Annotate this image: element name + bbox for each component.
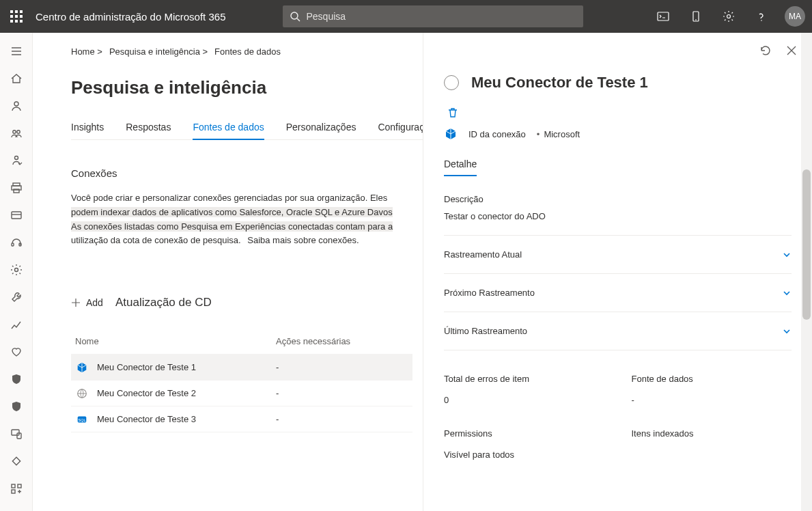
phone-icon — [690, 10, 702, 23]
nav-users[interactable] — [0, 93, 33, 119]
shell-mobile-button[interactable] — [680, 0, 712, 33]
gear-icon — [723, 10, 735, 23]
stat-source-label: Fonte de dados — [632, 374, 792, 384]
settings-button[interactable] — [712, 0, 745, 33]
description-value: Testar o conector do ADO — [444, 211, 792, 221]
svg-rect-5 — [20, 15, 23, 18]
svg-rect-2 — [20, 10, 23, 13]
diamond-icon — [10, 455, 23, 467]
stat-errors-value: 0 — [444, 395, 604, 405]
stat-source-value: - — [632, 395, 792, 405]
svg-rect-33 — [12, 490, 15, 493]
stat-errors-label: Total de erros de item — [444, 374, 604, 384]
cd-update-label: Atualização de CD — [115, 296, 212, 309]
nav-roles[interactable] — [0, 148, 33, 174]
connection-id-label: ID da conexão — [468, 129, 526, 139]
row-actions: - — [276, 388, 412, 398]
gear-icon — [10, 264, 23, 276]
user-icon — [10, 100, 23, 112]
stat-indexed-label: Itens indexados — [632, 428, 792, 439]
panel-title: Meu Conector de Teste 1 — [471, 74, 648, 92]
device-icon — [10, 428, 23, 440]
nav-customize[interactable] — [0, 475, 33, 501]
accordion-current-crawl[interactable]: Rastreamento Atual — [444, 236, 792, 274]
shell-terminal-button[interactable] — [647, 0, 680, 33]
svg-rect-11 — [658, 12, 669, 20]
svg-line-10 — [297, 18, 300, 21]
svg-rect-6 — [10, 20, 13, 23]
svg-rect-25 — [12, 243, 14, 246]
search-input[interactable] — [306, 11, 576, 22]
panel-select-radio[interactable] — [444, 75, 459, 90]
svg-rect-0 — [10, 10, 13, 13]
add-connection-button[interactable]: Add — [71, 297, 103, 308]
hamburger-icon — [10, 45, 23, 57]
global-search[interactable] — [283, 5, 583, 27]
svg-rect-31 — [12, 484, 15, 488]
headset-icon — [10, 236, 23, 249]
nav-support[interactable] — [0, 230, 33, 255]
table-row[interactable]: Meu Conector de Teste 2 - — [71, 381, 412, 406]
tab-customizations[interactable]: Personalizações — [286, 118, 356, 139]
shield-check-icon — [10, 400, 23, 413]
nav-billing[interactable] — [0, 202, 33, 228]
search-icon — [290, 11, 300, 22]
scrollbar-thumb[interactable] — [802, 169, 811, 320]
svg-rect-1 — [15, 10, 18, 13]
chevron-down-icon — [782, 250, 792, 260]
refresh-icon — [759, 44, 772, 57]
plus-icon — [71, 298, 81, 307]
wrench-icon — [10, 291, 23, 303]
svg-point-19 — [14, 156, 18, 160]
nav-health[interactable] — [0, 339, 33, 365]
svg-rect-8 — [20, 20, 23, 23]
nav-groups[interactable] — [0, 120, 33, 146]
tab-responses[interactable]: Respostas — [126, 118, 171, 139]
chart-icon — [10, 318, 23, 331]
breadcrumb-item-search[interactable]: Pesquisa e inteligência > — [109, 46, 208, 57]
svg-point-17 — [12, 130, 15, 133]
accordion-last-crawl[interactable]: Último Rastreamento — [444, 312, 792, 350]
delete-connector-button[interactable] — [447, 107, 459, 119]
nav-reports[interactable] — [0, 312, 33, 337]
grid-col-name[interactable]: Nome — [71, 336, 276, 346]
panel-close-button[interactable] — [785, 44, 798, 57]
connection-vendor: Microsoft — [537, 129, 580, 139]
nav-home[interactable] — [0, 66, 33, 92]
window-scrollbar[interactable] — [801, 33, 812, 511]
customize-icon — [10, 482, 23, 495]
accordion-next-crawl[interactable]: Próximo Rastreamento — [444, 274, 792, 312]
table-row[interactable]: SQL Meu Conector de Teste 3 - — [71, 406, 412, 432]
tab-datasources[interactable]: Fontes de dados — [193, 118, 264, 139]
waffle-icon — [10, 10, 23, 23]
row-name: Meu Conector de Teste 1 — [97, 362, 196, 372]
nav-security[interactable] — [0, 366, 33, 392]
app-launcher-button[interactable] — [0, 0, 33, 33]
nav-collapse-toggle[interactable] — [0, 38, 33, 64]
svg-point-15 — [761, 20, 762, 21]
panel-refresh-button[interactable] — [759, 44, 772, 57]
grid-col-actions[interactable]: Ações necessárias — [276, 336, 412, 346]
svg-point-27 — [14, 268, 18, 272]
nav-settings[interactable] — [0, 257, 33, 283]
account-avatar[interactable]: MA — [785, 6, 805, 27]
nav-endpoint[interactable] — [0, 421, 33, 447]
learn-more-link[interactable]: Saiba mais sobre conexões. — [247, 235, 359, 245]
breadcrumb-item-home[interactable]: Home > — [71, 46, 102, 57]
nav-setup[interactable] — [0, 284, 33, 310]
nav-compliance[interactable] — [0, 393, 33, 419]
nav-resources[interactable] — [0, 175, 33, 201]
svg-rect-7 — [15, 20, 18, 23]
table-row[interactable]: Meu Conector de Teste 1 - — [71, 355, 412, 381]
connector-cube-icon — [75, 361, 89, 374]
group-icon — [10, 127, 23, 139]
svg-rect-32 — [18, 484, 21, 488]
connector-sql-icon: SQL — [75, 413, 89, 426]
left-nav — [0, 33, 33, 511]
tab-insights[interactable]: Insights — [71, 118, 104, 139]
help-button[interactable] — [745, 0, 778, 33]
panel-tab-detail[interactable]: Detalhe — [444, 158, 477, 176]
stat-permissions-value: Visível para todos — [444, 450, 604, 460]
nav-more[interactable] — [0, 448, 33, 474]
help-icon — [755, 10, 768, 23]
